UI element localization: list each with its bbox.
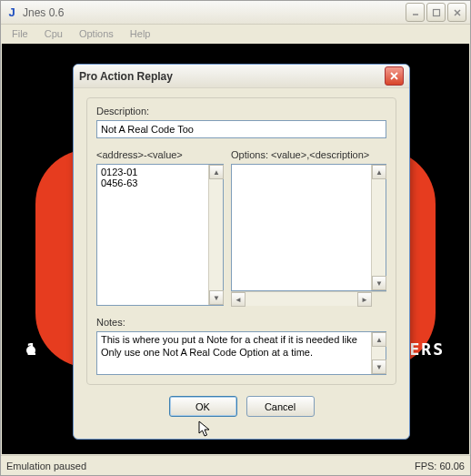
minimize-button[interactable] [406, 3, 425, 22]
scroll-up-icon[interactable]: ▲ [372, 165, 386, 179]
notes-label: Notes: [96, 317, 386, 328]
dialog-titlebar[interactable]: Pro Action Replay [74, 65, 409, 88]
status-right: FPS: 60.06 [415, 461, 465, 471]
options-vscrollbar[interactable]: ▲ ▼ [371, 165, 386, 290]
options-listbox[interactable]: ▲ ▼ [231, 164, 386, 291]
game-text-left: 1 [26, 339, 38, 359]
ok-button[interactable]: OK [169, 396, 237, 417]
notes-scrollbar[interactable]: ▲ ▼ [371, 332, 386, 374]
scroll-left-icon[interactable]: ◄ [231, 292, 246, 307]
main-titlebar[interactable]: J Jnes 0.6 [1, 1, 470, 25]
svg-rect-1 [433, 9, 439, 15]
dialog-body: Description: <address>-<value> 0123-01 0… [74, 88, 409, 439]
list-item[interactable]: 0123-01 [101, 167, 205, 177]
game-text-right: ERS [409, 339, 445, 359]
cancel-button[interactable]: Cancel [246, 396, 315, 417]
options-list-content [232, 165, 371, 290]
address-scrollbar[interactable]: ▲ ▼ [208, 165, 223, 305]
notes-textarea[interactable]: This is where you put a Note for a cheat… [96, 331, 386, 375]
scroll-corner [372, 292, 386, 307]
menubar: File Cpu Options Help [1, 25, 470, 43]
address-listbox[interactable]: 0123-01 0456-63 ▲ ▼ [96, 164, 224, 306]
app-icon: J [5, 5, 19, 20]
scroll-down-icon[interactable]: ▼ [372, 276, 386, 290]
description-input[interactable] [96, 120, 386, 138]
list-item[interactable]: 0456-63 [101, 177, 205, 188]
menu-help[interactable]: Help [123, 26, 158, 41]
window-controls [406, 3, 466, 22]
menu-cpu[interactable]: Cpu [37, 26, 70, 41]
maximize-button[interactable] [426, 3, 446, 22]
address-list-content: 0123-01 0456-63 [97, 165, 208, 305]
scroll-right-icon[interactable]: ► [357, 292, 372, 307]
options-hscrollbar[interactable]: ◄ ► [231, 291, 386, 306]
options-header: Options: <value>,<description> [231, 149, 386, 160]
status-left: Emulation paused [6, 461, 86, 471]
scroll-up-icon[interactable]: ▲ [209, 165, 224, 179]
scroll-down-icon[interactable]: ▼ [372, 360, 386, 374]
statusbar: Emulation paused FPS: 60.06 [1, 455, 470, 475]
notes-content: This is where you put a Note for a cheat… [97, 332, 371, 374]
scroll-down-icon[interactable]: ▼ [209, 290, 224, 305]
menu-options[interactable]: Options [72, 26, 121, 41]
menu-file[interactable]: File [5, 26, 35, 41]
scroll-up-icon[interactable]: ▲ [372, 332, 386, 347]
pro-action-replay-dialog: Pro Action Replay Description: <address>… [73, 64, 410, 440]
window-title: Jnes 0.6 [23, 6, 406, 19]
dialog-close-button[interactable] [385, 66, 404, 86]
dialog-groupbox: Description: <address>-<value> 0123-01 0… [86, 97, 396, 385]
description-label: Description: [96, 106, 386, 116]
close-button[interactable] [447, 3, 466, 22]
dialog-title: Pro Action Replay [79, 70, 385, 83]
address-header: <address>-<value> [96, 149, 224, 160]
